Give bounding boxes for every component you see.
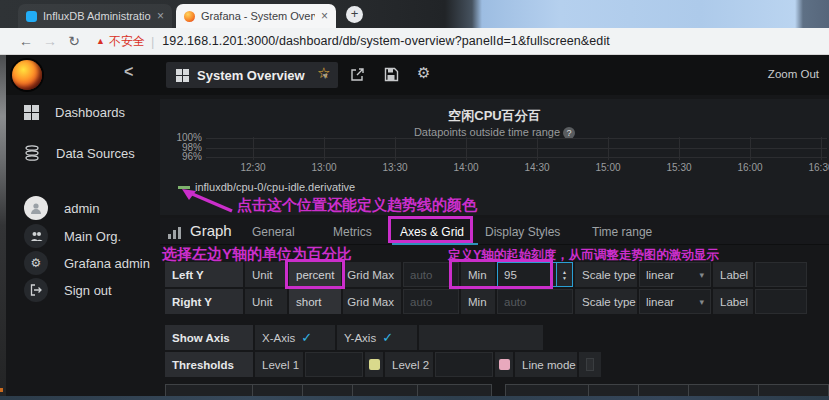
url-text[interactable]: 192.168.1.201:3000/dashboard/db/system-o… [162, 34, 610, 48]
tab-display-styles[interactable]: Display Styles [485, 225, 560, 239]
address-bar: ← → ↻ ▲ 不安全 | 192.168.1.201:3000/dashboa… [0, 28, 829, 55]
cell-divider [252, 384, 253, 396]
level1-input[interactable] [305, 352, 363, 377]
grid-max-input[interactable] [403, 262, 459, 287]
browser-tab-grafana[interactable]: Grafana - System Overview × [176, 4, 336, 28]
sidebar-item-data-sources[interactable]: Data Sources [24, 145, 135, 161]
sidebar-item-label: Data Sources [56, 146, 135, 161]
level2-color-cell[interactable] [495, 352, 513, 377]
back-icon[interactable]: ← [14, 33, 38, 49]
scale-type-select[interactable]: linear ▾ [639, 262, 711, 287]
x-axis-toggle[interactable]: X-Axis ✓ [255, 325, 335, 350]
new-tab-button[interactable]: + [346, 6, 363, 23]
label-input[interactable] [755, 262, 807, 287]
cell-divider [688, 384, 689, 396]
level2-color-swatch[interactable] [499, 359, 510, 370]
min-label: Min [461, 262, 495, 287]
grid-max-input[interactable] [403, 289, 459, 314]
tab-axes-grid[interactable]: Axes & Grid [400, 225, 464, 239]
dashboard-picker-button[interactable]: System Overview ▾ [166, 62, 338, 88]
tab-close-icon[interactable]: × [321, 9, 328, 23]
select-value: linear [646, 269, 674, 281]
line-mode-cell [579, 352, 601, 377]
sidebar-item-label: Sign out [64, 283, 112, 298]
panel-title[interactable]: 空闲CPU百分百 [160, 107, 829, 125]
row-label: Right Y [165, 289, 243, 314]
legend-color-swatch[interactable] [178, 186, 190, 189]
show-axis-row: Show Axis X-Axis ✓ Y-Axis ✓ [165, 325, 545, 350]
level2-input[interactable] [435, 352, 493, 377]
zoom-out-button[interactable]: Zoom Out [768, 68, 819, 80]
left-y-row: Left Y Unit percent Grid Max Min ▲ ▼ Sca… [165, 262, 809, 287]
desktop-edge [0, 55, 6, 396]
gridline [679, 137, 680, 160]
security-warning-label[interactable]: 不安全 [109, 33, 145, 50]
y-axis-toggle[interactable]: Y-Axis ✓ [337, 325, 417, 350]
tab-general[interactable]: General [252, 225, 295, 239]
influxdb-favicon-icon [26, 11, 37, 22]
divider: | [151, 34, 154, 49]
level1-label: Level 1 [255, 352, 303, 377]
gear-icon[interactable]: ⚙ [417, 64, 430, 82]
cell-divider [417, 384, 418, 396]
browser-tab-influxdb[interactable]: InfluxDB Administration × [18, 4, 172, 28]
y-axis-tick: 96% [162, 151, 202, 162]
sidebar-item-label: Main Org. [64, 229, 121, 244]
gridline [608, 137, 609, 160]
tab-close-icon[interactable]: × [157, 9, 164, 23]
database-icon [24, 145, 40, 161]
desktop-edge-detail [0, 388, 3, 392]
sidebar-item-grafana-admin[interactable]: ⚙ Grafana admin [24, 251, 150, 275]
min-input[interactable] [497, 289, 573, 314]
unit-value-dropdown[interactable]: percent [289, 262, 341, 287]
row-label: Thresholds [165, 352, 253, 377]
gridline [206, 157, 827, 158]
x-axis-tick: 16:00 [728, 162, 772, 173]
x-axis-tick: 15:00 [586, 162, 630, 173]
sidebar-item-admin[interactable]: admin [24, 196, 99, 220]
gridline [537, 137, 538, 160]
tab-label: Grafana - System Overview [201, 10, 315, 22]
legend-series-label[interactable]: influxdb/cpu-0/cpu-idle.derivative [195, 181, 355, 193]
unit-value-dropdown[interactable]: short [289, 289, 341, 314]
level2-label: Level 2 [385, 352, 433, 377]
cell-divider [638, 384, 639, 396]
sidebar-item-label: Grafana admin [64, 256, 150, 271]
x-axis-tick: 12:30 [231, 162, 275, 173]
sidebar-item-label: Dashboards [55, 105, 125, 120]
cutoff-table [165, 384, 492, 396]
line-mode-checkbox[interactable] [586, 358, 594, 371]
min-input[interactable] [498, 263, 556, 286]
sidebar-collapse-chevron[interactable]: < [124, 63, 133, 81]
users-icon [24, 224, 48, 248]
taskbar-edge [0, 396, 829, 400]
star-icon[interactable]: ☆ [317, 64, 330, 82]
level1-color-cell[interactable] [365, 352, 383, 377]
sidebar-item-dashboards[interactable]: Dashboards [24, 105, 125, 120]
label-input[interactable] [755, 289, 807, 314]
forward-icon[interactable]: → [38, 33, 62, 49]
gear-icon: ⚙ [24, 251, 48, 275]
checkmark-icon: ✓ [382, 330, 393, 345]
save-icon[interactable] [384, 67, 399, 82]
thresholds-row: Thresholds Level 1 Level 2 Line mode [165, 352, 603, 377]
share-icon[interactable] [350, 67, 365, 82]
gridline [750, 137, 751, 160]
scale-type-select[interactable]: linear ▾ [639, 289, 711, 314]
label-label: Label [713, 262, 753, 287]
grafana-logo[interactable] [12, 60, 42, 90]
scale-type-label: Scale type [575, 262, 637, 287]
unit-label: Unit [245, 262, 287, 287]
number-stepper[interactable]: ▲ ▼ [556, 263, 572, 286]
tab-time-range[interactable]: Time range [592, 225, 652, 239]
grid-max-label: Grid Max [343, 262, 401, 287]
refresh-icon[interactable]: ↻ [62, 33, 86, 49]
active-tab-underline [392, 243, 478, 245]
tab-metrics[interactable]: Metrics [333, 225, 372, 239]
sidebar-item-main-org[interactable]: Main Org. ▾ [24, 224, 170, 248]
sidebar-item-sign-out[interactable]: Sign out [24, 278, 112, 302]
sidebar-item-label: admin [64, 201, 99, 216]
step-down-icon[interactable]: ▼ [562, 275, 567, 281]
level1-color-swatch[interactable] [369, 359, 380, 370]
legend-item[interactable]: influxdb/cpu-0/cpu-idle.derivative [178, 181, 355, 193]
